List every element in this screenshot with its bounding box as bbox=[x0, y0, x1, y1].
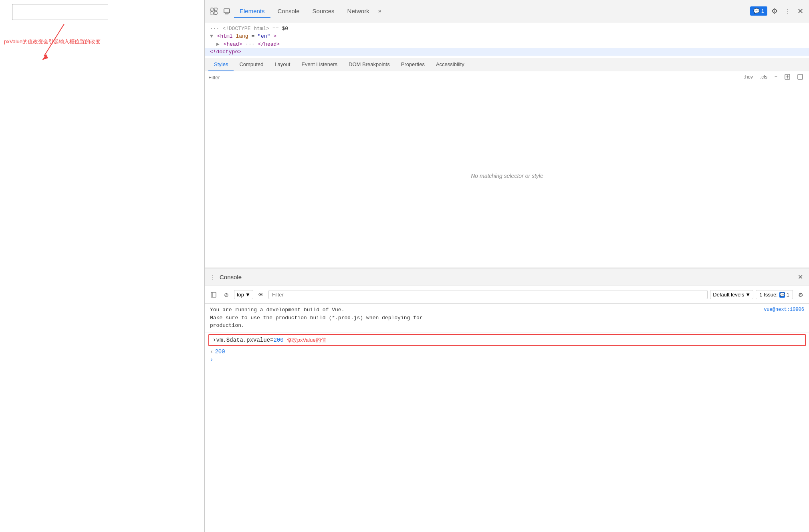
new-style-rule-button[interactable] bbox=[782, 73, 793, 82]
console-settings-icon[interactable]: ⚙ bbox=[795, 290, 806, 300]
browser-page: pxValue的值改变会引起输入框位置的改变 bbox=[0, 0, 204, 532]
subtab-event-listeners[interactable]: Event Listeners bbox=[296, 58, 343, 71]
issue-count-label: 1 Issue: bbox=[759, 292, 778, 298]
vue-warning-link[interactable]: vue@next:10906 bbox=[764, 306, 804, 313]
console-cursor-symbol: › bbox=[210, 357, 213, 363]
no-style-message: No matching selector or style bbox=[205, 84, 809, 268]
html-line-head: ▶ <head> ··· </head> bbox=[205, 40, 809, 48]
svg-rect-3 bbox=[214, 8, 217, 11]
svg-rect-7 bbox=[225, 13, 228, 14]
svg-rect-2 bbox=[211, 8, 214, 11]
tab-sources[interactable]: Sources bbox=[307, 5, 340, 18]
vue-warning-message: You are running a development build of V… bbox=[205, 304, 809, 332]
annotation-label: pxValue的值改变会引起输入框位置的改变 bbox=[4, 38, 101, 45]
badge-count: 1 bbox=[761, 8, 764, 14]
tab-elements[interactable]: Elements bbox=[234, 5, 270, 18]
subtab-accessibility[interactable]: Accessibility bbox=[430, 58, 470, 71]
issue-number: 1 bbox=[787, 292, 789, 298]
console-context-select[interactable]: top ▼ bbox=[234, 290, 253, 299]
computed-style-button[interactable] bbox=[795, 73, 806, 82]
console-title: Console bbox=[220, 274, 242, 280]
subtab-styles[interactable]: Styles bbox=[208, 58, 234, 71]
console-header: ⋮ Console ✕ bbox=[205, 268, 809, 286]
settings-icon[interactable]: ⚙ bbox=[769, 6, 780, 17]
console-input-container: › vm.$data.pxValue=200 修改pxValue的值 bbox=[208, 334, 806, 346]
html-line-doctype: ··· <!DOCTYPE html> == $0 bbox=[205, 25, 809, 32]
levels-label: Default levels bbox=[713, 292, 744, 298]
svg-rect-13 bbox=[211, 292, 216, 297]
output-arrow-icon: ‹ bbox=[210, 349, 213, 355]
html-line-html: ▼ <html lang = "en" > bbox=[205, 32, 809, 40]
devtools-panel: Elements Console Sources Network » 💬 1 ⚙… bbox=[204, 0, 809, 532]
console-command-value: 200 bbox=[273, 337, 283, 343]
subtab-layout[interactable]: Layout bbox=[269, 58, 296, 71]
subtab-dom-breakpoints[interactable]: DOM Breakpoints bbox=[343, 58, 395, 71]
console-output-row: ‹ 200 bbox=[205, 348, 809, 356]
elements-panel: ··· <!DOCTYPE html> == $0 ▼ <html lang =… bbox=[205, 22, 809, 268]
svg-rect-6 bbox=[224, 9, 230, 13]
console-close-button[interactable]: ✕ bbox=[795, 272, 805, 282]
device-icon[interactable] bbox=[221, 6, 232, 17]
console-prompt-symbol: › bbox=[212, 337, 216, 344]
console-sidebar-icon[interactable] bbox=[208, 290, 219, 300]
console-output-value: 200 bbox=[215, 349, 225, 355]
subtab-computed[interactable]: Computed bbox=[234, 58, 269, 71]
console-toolbar: ⊘ top ▼ 👁 Default levels ▼ 1 Issue: 💬 1 … bbox=[205, 286, 809, 304]
badge-icon: 💬 bbox=[753, 8, 760, 14]
levels-dropdown-icon: ▼ bbox=[745, 292, 750, 298]
console-cursor-row: › bbox=[205, 356, 809, 364]
console-filter-input[interactable] bbox=[268, 290, 708, 299]
context-dropdown-icon: ▼ bbox=[245, 292, 250, 298]
close-devtools-icon[interactable]: ✕ bbox=[795, 6, 806, 17]
console-eye-icon[interactable]: 👁 bbox=[256, 290, 266, 300]
new-rule-icon bbox=[785, 74, 790, 80]
tab-network[interactable]: Network bbox=[342, 5, 375, 18]
console-section: ⋮ Console ✕ ⊘ top ▼ 👁 Default levels ▼ bbox=[205, 268, 809, 532]
tab-console[interactable]: Console bbox=[272, 5, 305, 18]
console-issue-button[interactable]: 1 Issue: 💬 1 bbox=[756, 290, 793, 299]
demo-input[interactable] bbox=[12, 4, 108, 20]
console-command-text: vm.$data.pxValue=200 bbox=[216, 337, 284, 343]
filter-buttons: :hov .cls + bbox=[741, 73, 806, 82]
issue-badge[interactable]: 💬 1 bbox=[750, 6, 767, 16]
svg-rect-5 bbox=[214, 12, 217, 14]
subtab-properties[interactable]: Properties bbox=[395, 58, 430, 71]
hov-button[interactable]: :hov bbox=[741, 73, 756, 82]
add-style-button[interactable]: + bbox=[772, 73, 780, 82]
console-levels-select[interactable]: Default levels ▼ bbox=[710, 290, 753, 299]
issue-icon: 💬 bbox=[779, 292, 785, 298]
styles-filter-input[interactable] bbox=[208, 75, 738, 81]
html-line-doctype2: <!doctype> bbox=[205, 48, 809, 56]
inspect-icon[interactable] bbox=[208, 6, 220, 17]
styles-subtabs: Styles Computed Layout Event Listeners D… bbox=[205, 58, 809, 71]
console-menu-icon[interactable]: ⋮ bbox=[209, 274, 216, 280]
cls-button[interactable]: .cls bbox=[757, 73, 770, 82]
context-label: top bbox=[237, 292, 244, 298]
tab-more[interactable]: » bbox=[377, 8, 383, 15]
vue-warning-line3: production. bbox=[210, 322, 761, 330]
devtools-toolbar: Elements Console Sources Network » 💬 1 ⚙… bbox=[205, 0, 809, 22]
console-annotation-text: 修改pxValue的值 bbox=[287, 337, 326, 344]
vue-warning-line1: You are running a development build of V… bbox=[210, 306, 761, 314]
vue-warning-line2: Make sure to use the production build (*… bbox=[210, 314, 761, 322]
computed-icon bbox=[797, 74, 803, 80]
styles-filter-bar: :hov .cls + bbox=[205, 71, 809, 84]
svg-rect-4 bbox=[211, 12, 214, 14]
console-clear-icon[interactable]: ⊘ bbox=[221, 290, 232, 300]
svg-rect-12 bbox=[798, 75, 803, 79]
more-options-icon[interactable]: ⋮ bbox=[782, 6, 793, 17]
html-tree: ··· <!DOCTYPE html> == $0 ▼ <html lang =… bbox=[205, 22, 809, 58]
console-content: You are running a development build of V… bbox=[205, 304, 809, 532]
